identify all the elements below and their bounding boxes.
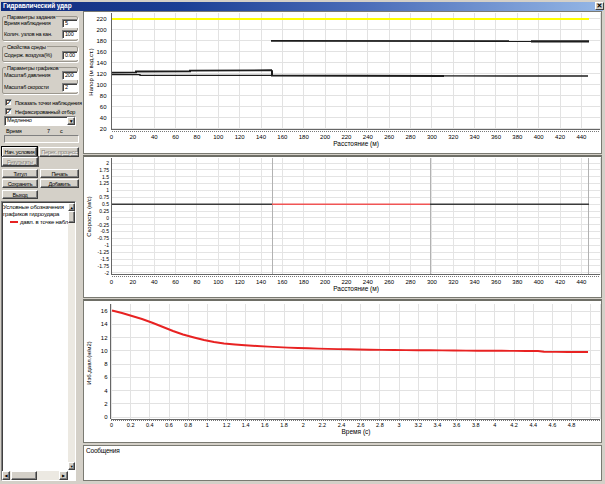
svg-text:40: 40 xyxy=(151,134,158,140)
svg-text:180: 180 xyxy=(299,134,310,140)
svg-text:1: 1 xyxy=(106,187,109,193)
svg-text:1.2: 1.2 xyxy=(223,422,231,428)
svg-text:2: 2 xyxy=(302,422,305,428)
svg-text:380: 380 xyxy=(512,134,523,140)
svg-text:160: 160 xyxy=(277,134,288,140)
svg-text:4.2: 4.2 xyxy=(510,422,518,428)
svg-text:120: 120 xyxy=(235,279,246,285)
svg-text:2.8: 2.8 xyxy=(376,422,384,428)
svg-text:1.4: 1.4 xyxy=(242,422,250,428)
svg-text:180: 180 xyxy=(96,38,107,44)
svg-text:1: 1 xyxy=(206,422,209,428)
svg-text:8: 8 xyxy=(104,361,108,367)
svg-text:-0.5: -0.5 xyxy=(100,228,109,234)
svg-text:1.8: 1.8 xyxy=(280,422,288,428)
svg-text:6: 6 xyxy=(104,374,108,380)
svg-text:12: 12 xyxy=(101,335,108,341)
svg-text:0.25: 0.25 xyxy=(99,207,109,213)
svg-text:-0.25: -0.25 xyxy=(98,221,110,227)
svg-text:100: 100 xyxy=(213,279,224,285)
svg-text:-2: -2 xyxy=(105,269,110,275)
svg-text:-1.5: -1.5 xyxy=(100,255,109,261)
svg-text:4.8: 4.8 xyxy=(568,422,576,428)
svg-text:1.25: 1.25 xyxy=(99,180,109,186)
svg-text:280: 280 xyxy=(406,279,417,285)
svg-text:0.75: 0.75 xyxy=(99,194,109,200)
svg-text:Изб.давл.(н/м2): Изб.давл.(н/м2) xyxy=(86,341,92,385)
svg-text:20: 20 xyxy=(130,279,137,285)
svg-text:1.75: 1.75 xyxy=(99,166,109,172)
svg-text:280: 280 xyxy=(406,134,417,140)
svg-text:2.2: 2.2 xyxy=(319,422,327,428)
svg-text:3.2: 3.2 xyxy=(414,422,422,428)
svg-text:-0.75: -0.75 xyxy=(98,235,110,241)
svg-text:440: 440 xyxy=(576,279,587,285)
svg-text:0.2: 0.2 xyxy=(127,422,135,428)
svg-text:220: 220 xyxy=(96,16,107,22)
svg-text:4.4: 4.4 xyxy=(529,422,537,428)
svg-text:40: 40 xyxy=(100,115,107,121)
svg-text:14: 14 xyxy=(101,321,108,327)
svg-text:3.4: 3.4 xyxy=(434,422,442,428)
svg-text:2: 2 xyxy=(104,401,108,407)
svg-text:140: 140 xyxy=(256,279,267,285)
svg-text:10: 10 xyxy=(101,348,108,354)
svg-text:80: 80 xyxy=(100,93,107,99)
svg-text:260: 260 xyxy=(384,279,395,285)
svg-text:Напор (м вод.ст.): Напор (м вод.ст.) xyxy=(88,48,94,95)
svg-text:2: 2 xyxy=(106,159,109,165)
svg-text:20: 20 xyxy=(130,134,137,140)
svg-text:300: 300 xyxy=(427,134,438,140)
svg-text:0.5: 0.5 xyxy=(102,201,109,207)
svg-text:4: 4 xyxy=(104,388,108,394)
svg-text:0: 0 xyxy=(110,422,113,428)
svg-text:440: 440 xyxy=(576,134,587,140)
svg-text:1.5: 1.5 xyxy=(102,173,109,179)
svg-text:80: 80 xyxy=(194,279,201,285)
svg-text:260: 260 xyxy=(384,134,395,140)
svg-text:0.4: 0.4 xyxy=(146,422,154,428)
svg-text:200: 200 xyxy=(320,134,331,140)
svg-text:100: 100 xyxy=(213,134,224,140)
svg-text:360: 360 xyxy=(491,279,502,285)
svg-text:160: 160 xyxy=(96,49,107,55)
svg-text:3: 3 xyxy=(398,422,401,428)
svg-text:0: 0 xyxy=(110,134,114,140)
svg-text:3.8: 3.8 xyxy=(472,422,480,428)
svg-text:120: 120 xyxy=(96,71,107,77)
svg-text:320: 320 xyxy=(448,279,459,285)
svg-text:80: 80 xyxy=(194,134,201,140)
svg-text:20: 20 xyxy=(100,126,107,132)
svg-text:300: 300 xyxy=(427,279,438,285)
svg-text:Скорость (м/с): Скорость (м/с) xyxy=(86,196,92,236)
svg-text:100: 100 xyxy=(96,82,107,88)
svg-text:360: 360 xyxy=(491,134,502,140)
svg-text:60: 60 xyxy=(172,279,179,285)
svg-text:0: 0 xyxy=(110,279,114,285)
svg-text:160: 160 xyxy=(277,279,288,285)
svg-text:-1: -1 xyxy=(105,242,110,248)
svg-text:4: 4 xyxy=(493,422,496,428)
svg-text:0: 0 xyxy=(106,214,109,220)
svg-text:200: 200 xyxy=(320,279,331,285)
svg-text:400: 400 xyxy=(534,134,545,140)
svg-text:0: 0 xyxy=(104,414,108,420)
svg-text:180: 180 xyxy=(299,279,310,285)
svg-text:4.6: 4.6 xyxy=(549,422,557,428)
svg-text:3.6: 3.6 xyxy=(453,422,461,428)
svg-text:420: 420 xyxy=(555,134,566,140)
svg-text:340: 340 xyxy=(470,134,481,140)
svg-text:-1.25: -1.25 xyxy=(98,248,110,254)
svg-text:Расстояние (м): Расстояние (м) xyxy=(333,140,379,148)
svg-text:60: 60 xyxy=(100,104,107,110)
svg-text:140: 140 xyxy=(96,60,107,66)
svg-text:40: 40 xyxy=(151,279,158,285)
svg-text:420: 420 xyxy=(555,279,566,285)
svg-text:1.6: 1.6 xyxy=(261,422,269,428)
svg-text:0.8: 0.8 xyxy=(184,422,192,428)
svg-text:-1.75: -1.75 xyxy=(98,262,110,268)
svg-text:200: 200 xyxy=(96,27,107,33)
svg-text:Время (с): Время (с) xyxy=(342,428,371,436)
svg-text:60: 60 xyxy=(172,134,179,140)
svg-text:120: 120 xyxy=(235,134,246,140)
